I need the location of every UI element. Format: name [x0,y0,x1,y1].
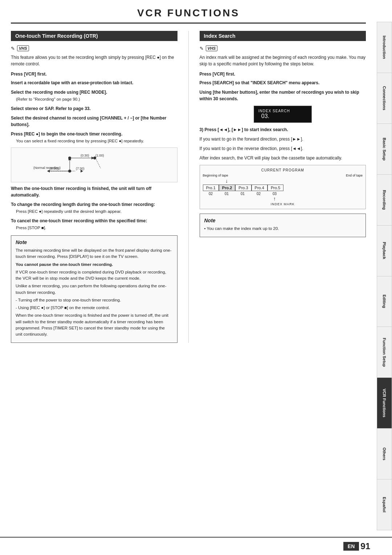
left-section-header: One-touch Timer Recording (OTR) [11,31,177,41]
sidebar-tab-editing[interactable]: Editing [377,276,392,327]
prog-cells-row: Pro.1 Pro.2 Pro.3 Pro.4 Pro.5 [203,185,363,191]
prog-arrow-down: ↓ [219,178,235,184]
sidebar-tab-function-setup[interactable]: Function Setup [377,327,392,378]
prog-numbers-row: 02 01 01 02 03 [203,192,363,196]
right-step-1-title: Press [SEARCH] so that "INDEX SEARCH" me… [200,80,366,86]
forward-text: If you want to go in the forward directi… [200,136,366,142]
right-intro: An index mark will be assigned at the be… [200,54,366,67]
left-intro: This feature allows you to set the recor… [11,54,177,67]
right-step-1: Press [SEARCH] so that "INDEX SEARCH" me… [200,80,366,86]
prog-num-3: 02 [251,192,267,196]
program-diagram: CURRENT PROGRAM Beginning of tape End of… [200,165,366,209]
page-wrapper: Introduction Connections Basic Setup Rec… [0,0,392,555]
right-note-item-0: • You can make the index mark up to 20. [204,226,362,232]
left-step-2-sub: (Refer to "Recording" on page 90.) [11,96,177,102]
prog-cell-4: Pro.5 [268,185,283,191]
otr-diagram: (Normal recording) (0:30) (1:00) [11,147,177,182]
left-step-5: Press [REC ●] to begin the one-touch tim… [11,131,177,144]
index-display: INDEX SEARCH 03. [254,106,312,123]
left-step-1: Insert a recordable tape with an erase-p… [11,80,177,86]
prog-beginning: Beginning of tape [203,174,228,177]
sidebar-tab-others[interactable]: Others [377,429,392,479]
vhs-badge-right: ✎ VHS [200,45,366,51]
prog-arrow-up: ↑ [267,196,283,202]
bold-text-1: When the one-touch timer recording is fi… [11,185,177,198]
left-step-2-title: Select the recording mode using [REC MOD… [11,89,177,96]
prog-num-4: 03 [267,192,283,196]
left-step-3: Select stereo or SAP. Refer to page 33. [11,105,177,112]
cancel-section: To cancel the one-touch timer recording … [11,218,177,231]
sidebar-tab-basic-setup[interactable]: Basic Setup [377,124,392,175]
right-section-header: Index Search [200,31,366,41]
prog-mark-label: INDEX MARK [203,202,363,206]
left-column: One-touch Timer Recording (OTR) ✎ VHS Th… [11,31,177,343]
prog-cell-2: Pro.3 [235,185,251,191]
prog-header: CURRENT PROGRAM [203,168,363,172]
prog-num-2: 01 [235,192,251,196]
vhs-label-right: VHS [206,45,218,51]
left-step-5-sub: You can select a fixed recording time by… [11,138,177,144]
left-note-item-1: You cannot pause the one-touch timer rec… [16,262,173,268]
right-step-2: Using [the Number buttons], enter the nu… [200,89,366,102]
footer-en: EN [343,542,359,551]
left-note-box: Note The remaining recording time will b… [11,235,177,343]
main-content: VCR FUNCTIONS One-touch Timer Recording … [0,0,377,537]
prog-num-0: 02 [203,192,219,196]
sidebar-tab-recording[interactable]: Recording [377,175,392,226]
index-display-label: INDEX SEARCH [258,109,307,113]
vhs-label-left: VHS [17,45,29,51]
left-note-title: Note [16,239,173,245]
prog-ends: Beginning of tape End of tape [203,174,363,177]
right-sidebar: Introduction Connections Basic Setup Rec… [377,22,392,530]
svg-text:(7:30): (7:30) [76,167,85,170]
left-note-item-0: The remaining recording time will be dis… [16,247,173,260]
right-press-vcr: Press [VCR] first. [200,72,366,77]
cancel-body: Press [STOP ■]. [11,225,177,231]
prog-num-1: 01 [219,192,235,196]
left-step-4: Select the desired channel to record usi… [11,115,177,128]
prog-cell-3: Pro.4 [252,185,268,191]
left-step-5-title: Press [REC ●] to begin the one-touch tim… [11,131,177,137]
left-note-item-6: When the one-touch timer recording is fi… [16,312,173,337]
left-note-item-2: If VCR one-touch timer recording is comp… [16,269,173,282]
pencil-icon: ✎ [11,46,15,51]
prog-cell-1: Pro.2 [219,185,236,191]
left-step-1-title: Insert a recordable tape with an erase-p… [11,80,177,86]
sidebar-tab-espanol[interactable]: Español [377,479,392,530]
svg-text:(0:30): (0:30) [81,154,89,157]
footer-num: 91 [360,541,370,551]
two-columns: One-touch Timer Recording (OTR) ✎ VHS Th… [11,31,366,343]
sidebar-tab-connections[interactable]: Connections [377,73,392,124]
after-text: After index search, the VCR will play ba… [200,155,366,161]
right-note-title: Note [204,218,362,223]
right-step-3: 3) Press [◄◄], [►►] to start index searc… [200,126,366,133]
page-title: VCR FUNCTIONS [11,7,366,24]
svg-text:(1:00): (1:00) [95,154,104,157]
change-body: Press [REC ●] repeatedly until the desir… [11,208,177,215]
svg-line-7 [96,159,101,168]
column-divider [188,31,189,343]
sidebar-tab-playback[interactable]: Playback [377,226,392,276]
right-note-box: Note • You can make the index mark up to… [200,214,366,237]
reverse-text: If you want to go in the reverse directi… [200,145,366,152]
index-display-num: 03. [258,113,307,119]
right-step-3-title: 3) Press [◄◄], [►►] to start index searc… [200,126,366,133]
vhs-badge-left: ✎ VHS [11,45,177,51]
svg-text:(8:00): (8:00) [50,167,58,170]
left-note-item-3: Unlike a timer recording, you can perfor… [16,283,173,296]
right-step-2-title: Using [the Number buttons], enter the nu… [200,89,366,102]
change-section: To change the recording length during th… [11,201,177,215]
left-note-item-4: - Turning off the power to stop one-touc… [16,297,173,303]
left-step-4-title: Select the desired channel to record usi… [11,115,177,128]
cancel-title: To cancel the one-touch timer recording … [11,218,177,224]
page-footer: EN 91 [0,537,392,555]
sidebar-tab-introduction[interactable]: Introduction [377,22,392,73]
left-step-3-title: Select stereo or SAP. Refer to page 33. [11,105,177,112]
sidebar-tab-vcr-functions[interactable]: VCR Functions [377,378,392,429]
left-step-2: Select the recording mode using [REC MOD… [11,89,177,102]
right-column: Index Search ✎ VHS An index mark will be… [200,31,366,343]
otr-svg: (Normal recording) (0:30) (1:00) [13,150,137,179]
prog-end: End of tape [346,174,363,177]
left-note-item-5: - Using [REC ●] or [STOP ■] on the remot… [16,305,173,311]
change-title: To change the recording length during th… [11,201,177,208]
